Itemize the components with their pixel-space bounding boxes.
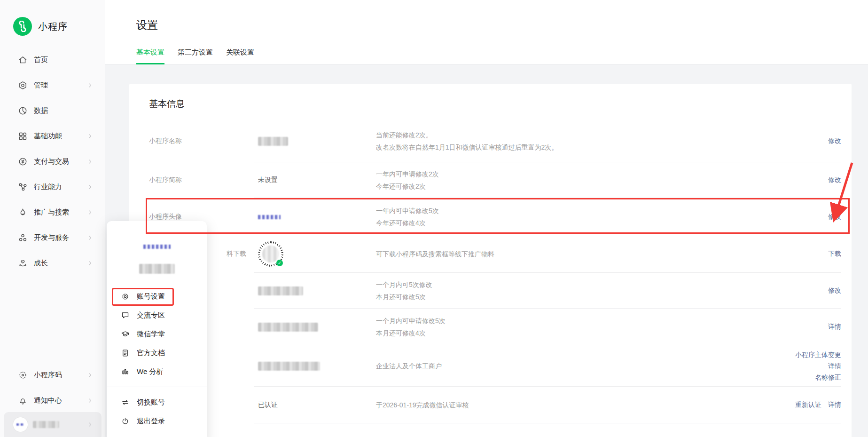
row-value: 未设置 bbox=[258, 176, 376, 184]
tab-基本设置[interactable]: 基本设置 bbox=[136, 48, 164, 64]
sidebar-item-管理[interactable]: 管理 bbox=[0, 72, 105, 98]
row-label: 小程序名称 bbox=[149, 137, 258, 145]
row-description: 当前还能修改2次。改名次数将在自然年1月1日和微信认证审核通过后重置为2次。 bbox=[376, 129, 761, 153]
row-label: 小程序头像 bbox=[149, 213, 258, 221]
popup-item-label: 微信学堂 bbox=[137, 330, 165, 339]
redacted-value bbox=[258, 137, 288, 146]
sidebar-item-成长[interactable]: 成长 bbox=[0, 250, 105, 276]
chevron-right-icon bbox=[87, 421, 93, 428]
row-actions: 修改 bbox=[761, 137, 841, 145]
action-link-详情[interactable]: 详情 bbox=[828, 323, 841, 330]
sidebar-item-首页[interactable]: 首页 bbox=[0, 47, 105, 72]
popup-item-We 分析[interactable]: We 分析 bbox=[107, 362, 207, 381]
table-row: 小程序简称未设置一年内可申请修改2次今年还可修改2次修改 bbox=[129, 162, 852, 198]
action-link-修改[interactable]: 修改 bbox=[828, 286, 841, 294]
popup-item-账号设置[interactable]: 账号设置 bbox=[107, 287, 207, 306]
data-icon bbox=[18, 106, 28, 116]
chevron-right-icon bbox=[87, 209, 93, 215]
pay-icon bbox=[18, 157, 28, 167]
sidebar-item-基础功能[interactable]: 基础功能 bbox=[0, 123, 105, 149]
action-link-详情[interactable]: 详情 bbox=[761, 360, 841, 372]
tab-关联设置[interactable]: 关联设置 bbox=[226, 48, 254, 64]
table-row: 一个月内可申请修改5次本月还可修改4次详情 bbox=[129, 309, 852, 345]
action-link-下载[interactable]: 下载 bbox=[828, 250, 841, 257]
table-row: 已认证于2026-01-19完成微信认证审核重新认证详情 bbox=[129, 387, 852, 423]
chevron-right-icon bbox=[87, 82, 93, 88]
action-link-详情[interactable]: 详情 bbox=[828, 401, 841, 408]
row-description: 企业法人及个体工商户 bbox=[376, 360, 761, 372]
tab-第三方设置[interactable]: 第三方设置 bbox=[178, 48, 213, 64]
content-area: 基本信息 小程序名称当前还能修改2次。改名次数将在自然年1月1日和微信认证审核通… bbox=[105, 64, 868, 437]
row-value bbox=[258, 286, 376, 295]
sidebar-item-label: 小程序码 bbox=[34, 371, 62, 380]
settings-rows: 小程序名称当前还能修改2次。改名次数将在自然年1月1日和微信认证审核通过后重置为… bbox=[129, 120, 852, 423]
row-label: 小程序简称 bbox=[149, 176, 258, 184]
action-link-名称修正[interactable]: 名称修正 bbox=[761, 372, 841, 383]
popup-item-label: 账号设置 bbox=[137, 292, 165, 301]
action-link-修改[interactable]: 修改 bbox=[828, 176, 841, 183]
action-link-小程序主体变更[interactable]: 小程序主体变更 bbox=[761, 349, 841, 360]
power-icon bbox=[121, 417, 130, 426]
minicode-icon bbox=[18, 370, 28, 380]
popup-account-name-redacted bbox=[139, 264, 175, 274]
page-title: 设置 bbox=[136, 18, 158, 32]
table-row: 企业法人及个体工商户小程序主体变更详情名称修正 bbox=[129, 345, 852, 387]
popup-item-label: We 分析 bbox=[137, 367, 163, 376]
popup-item-切换账号[interactable]: 切换账号 bbox=[107, 393, 207, 412]
table-row: 一个月内可5次修改本月还可修改5次修改 bbox=[129, 273, 852, 309]
popup-divider bbox=[107, 387, 207, 387]
avatar-logo-mark bbox=[16, 423, 24, 426]
row-description: 一个月内可申请修改5次本月还可修改4次 bbox=[376, 315, 761, 339]
action-link-修改[interactable]: 修改 bbox=[828, 137, 841, 144]
popup-menu: 账号设置交流专区微信学堂官方文档We 分析切换账号退出登录 bbox=[107, 287, 207, 430]
sidebar-item-label: 数据 bbox=[34, 106, 48, 115]
popup-item-退出登录[interactable]: 退出登录 bbox=[107, 412, 207, 430]
popup-item-官方文档[interactable]: 官方文档 bbox=[107, 343, 207, 362]
tab-bar: 基本设置第三方设置关联设置 bbox=[136, 48, 267, 64]
popup-item-label: 切换账号 bbox=[137, 398, 165, 407]
chevron-right-icon bbox=[87, 235, 93, 241]
popup-item-微信学堂[interactable]: 微信学堂 bbox=[107, 325, 207, 343]
chat-icon bbox=[121, 311, 130, 320]
sidebar-item-开发与服务[interactable]: 开发与服务 bbox=[0, 225, 105, 250]
bell-icon bbox=[18, 396, 28, 405]
sidebar-account[interactable] bbox=[4, 412, 102, 437]
miniprogram-qrcode-image: ✓ bbox=[258, 241, 283, 267]
popup-item-交流专区[interactable]: 交流专区 bbox=[107, 306, 207, 325]
grid-icon bbox=[18, 131, 28, 141]
doc-icon bbox=[121, 349, 130, 358]
sidebar-item-通知中心[interactable]: 通知中心 bbox=[0, 388, 105, 413]
row-description: 一年内可申请修改2次今年还可修改2次 bbox=[376, 168, 761, 192]
app-window: 小程序 首页管理数据基础功能支付与交易行业能力推广与搜索开发与服务成长 小程序码… bbox=[0, 0, 868, 437]
row-description: 于2026-01-19完成微信认证审核 bbox=[376, 399, 761, 411]
grad-cap-icon bbox=[121, 330, 130, 339]
redacted-value bbox=[258, 323, 318, 332]
brand-title: 小程序 bbox=[38, 20, 68, 33]
row-divider bbox=[254, 423, 841, 423]
sidebar-item-label: 基础功能 bbox=[34, 132, 62, 141]
sidebar-item-数据[interactable]: 数据 bbox=[0, 98, 105, 123]
sidebar-nav: 首页管理数据基础功能支付与交易行业能力推广与搜索开发与服务成长 bbox=[0, 47, 105, 276]
redacted-value bbox=[258, 362, 320, 371]
row-description: 一个月内可5次修改本月还可修改5次 bbox=[376, 278, 761, 303]
sidebar-item-小程序码[interactable]: 小程序码 bbox=[0, 362, 105, 388]
row-actions: 下载 bbox=[761, 250, 841, 258]
action-link-重新认证[interactable]: 重新认证 bbox=[795, 401, 821, 408]
basic-info-card: 基本信息 小程序名称当前还能修改2次。改名次数将在自然年1月1日和微信认证审核通… bbox=[129, 84, 852, 437]
row-value bbox=[258, 137, 376, 146]
row-value bbox=[258, 362, 376, 371]
chart-icon bbox=[121, 367, 130, 376]
action-link-修改[interactable]: 修改 bbox=[828, 213, 841, 220]
sidebar-item-行业能力[interactable]: 行业能力 bbox=[0, 174, 105, 199]
sidebar-item-label: 成长 bbox=[34, 259, 48, 268]
sidebar-item-推广与搜索[interactable]: 推广与搜索 bbox=[0, 199, 105, 225]
flame-icon bbox=[18, 207, 28, 217]
sidebar-item-label: 行业能力 bbox=[34, 183, 62, 191]
account-popup: 账号设置交流专区微信学堂官方文档We 分析切换账号退出登录 bbox=[107, 221, 207, 437]
manage-icon bbox=[18, 80, 28, 90]
home-icon bbox=[18, 55, 28, 65]
chevron-right-icon bbox=[87, 133, 93, 139]
chevron-right-icon bbox=[87, 372, 93, 378]
popup-item-label: 退出登录 bbox=[137, 417, 165, 426]
sidebar-item-支付与交易[interactable]: 支付与交易 bbox=[0, 149, 105, 174]
